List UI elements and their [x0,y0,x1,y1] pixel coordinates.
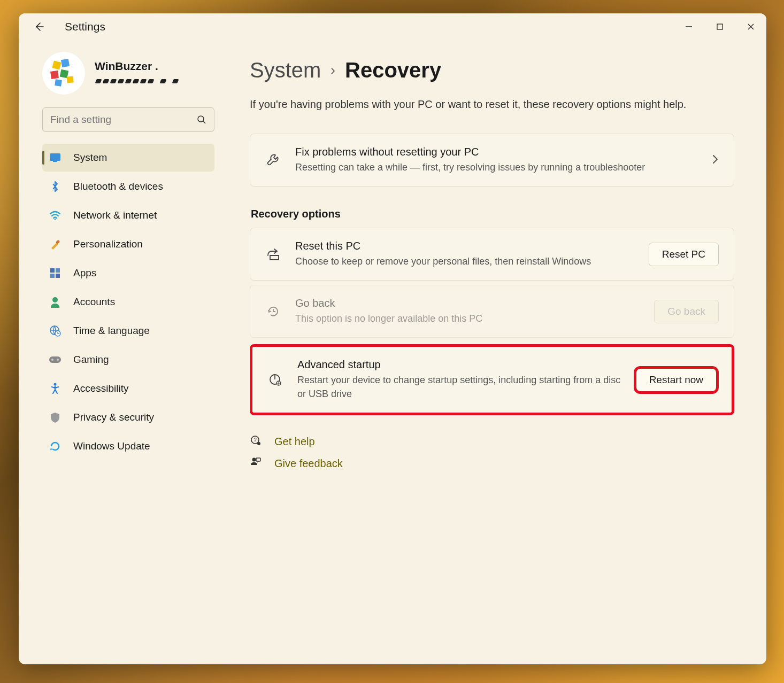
content-pane: System › Recovery If you're having probl… [238,40,766,664]
nav-label: Privacy & security [73,412,154,423]
back-button[interactable] [28,16,50,37]
card-subtitle: This option is no longer available on th… [295,312,640,325]
footer-links: ? Get help Give feedback [250,434,734,471]
search-icon [197,115,206,125]
sidebar-item-personalization[interactable]: Personalization [42,230,214,258]
go-back-card: Go back This option is no longer availab… [250,285,734,338]
sidebar-item-windows-update[interactable]: Windows Update [42,432,214,460]
svg-rect-1 [717,24,722,29]
nav-label: Accounts [73,296,115,308]
sidebar-item-network[interactable]: Network & internet [42,201,214,229]
svg-rect-15 [56,268,60,273]
svg-rect-7 [55,79,62,87]
nav-label: Apps [73,267,96,279]
card-subtitle: Resetting can take a while — first, try … [295,160,697,174]
power-settings-icon [267,372,283,387]
advanced-startup-card: Advanced startup Restart your device to … [252,347,732,413]
nav-label: Time & language [73,325,150,337]
titlebar: Settings [19,13,766,40]
reset-icon [265,248,281,261]
nav-label: Bluetooth & devices [73,181,163,192]
nav-label: Windows Update [73,440,150,452]
sidebar-item-apps[interactable]: Apps [42,259,214,287]
sidebar-item-accounts[interactable]: Accounts [42,288,214,316]
help-icon: ? [250,434,263,449]
wifi-icon [49,209,62,222]
search-box[interactable] [42,107,214,132]
minimize-button[interactable] [673,13,704,40]
sidebar-item-bluetooth[interactable]: Bluetooth & devices [42,173,214,200]
sidebar-item-system[interactable]: System [42,144,214,172]
person-icon [49,296,62,308]
card-title: Go back [295,297,640,309]
maximize-button[interactable] [704,13,735,40]
sidebar-item-time-language[interactable]: Time & language [42,317,214,345]
get-help-link[interactable]: ? Get help [250,434,734,449]
svg-rect-6 [66,76,73,83]
avatar [42,52,85,95]
restart-now-button[interactable]: Restart now [636,368,717,392]
system-icon [49,151,62,164]
close-button[interactable] [735,13,766,40]
troubleshoot-card[interactable]: Fix problems without resetting your PC R… [250,134,734,187]
window-title: Settings [65,20,105,33]
profile-email-redacted [95,75,179,87]
sidebar-item-privacy[interactable]: Privacy & security [42,403,214,431]
nav-label: Gaming [73,354,109,366]
card-subtitle: Choose to keep or remove your personal f… [295,254,635,268]
nav-list: System Bluetooth & devices Network & int… [19,142,238,460]
card-title: Reset this PC [295,240,635,252]
sidebar-item-gaming[interactable]: Gaming [42,346,214,374]
gamepad-icon [49,353,62,366]
window-controls [673,13,766,40]
svg-rect-3 [61,59,70,67]
settings-window: Settings WinB [19,13,766,664]
card-subtitle: Restart your device to change startup se… [297,373,622,401]
profile-name: WinBuzzer . [95,60,179,73]
svg-point-23 [57,359,59,361]
profile-info: WinBuzzer . [95,60,179,87]
globe-clock-icon [49,324,62,337]
breadcrumb-parent[interactable]: System [250,58,321,82]
svg-rect-11 [53,161,57,162]
apps-icon [49,267,62,280]
close-icon [747,23,755,30]
svg-point-22 [51,359,53,361]
section-heading: Recovery options [251,208,734,220]
nav-label: Personalization [73,238,143,250]
svg-rect-32 [256,458,260,461]
give-feedback-link[interactable]: Give feedback [250,456,734,471]
sidebar-item-accessibility[interactable]: Accessibility [42,375,214,402]
bluetooth-icon [49,180,62,193]
svg-rect-10 [50,153,60,161]
page-title: Recovery [345,58,441,82]
svg-text:?: ? [253,437,257,443]
svg-point-30 [257,442,260,445]
nav-label: Network & internet [73,209,157,221]
svg-line-9 [203,121,205,123]
profile-block[interactable]: WinBuzzer . [19,45,238,107]
chevron-right-icon [711,154,719,167]
svg-point-31 [252,458,256,462]
maximize-icon [716,23,724,30]
svg-point-8 [198,116,204,122]
reset-pc-card: Reset this PC Choose to keep or remove y… [250,228,734,281]
reset-pc-button[interactable]: Reset PC [649,243,719,266]
brush-icon [49,238,62,251]
go-back-button: Go back [654,300,719,323]
shield-icon [49,411,62,424]
card-title: Fix problems without resetting your PC [295,146,697,158]
svg-rect-4 [50,71,59,79]
svg-point-18 [52,297,58,302]
wrench-icon [265,153,281,168]
svg-rect-21 [49,356,61,363]
card-title: Advanced startup [297,359,622,371]
svg-rect-2 [52,60,61,69]
svg-point-24 [54,383,57,386]
svg-rect-16 [50,274,55,278]
chevron-right-icon: › [330,62,335,79]
svg-point-12 [55,219,56,220]
back-arrow-icon [34,21,44,32]
search-input[interactable] [50,114,197,126]
nav-label: System [73,152,107,164]
